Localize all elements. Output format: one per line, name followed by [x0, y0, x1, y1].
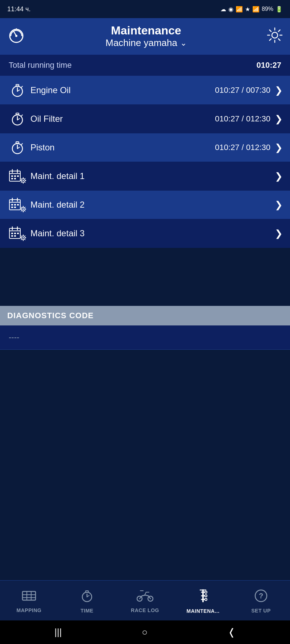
cloud-icon: ☁	[220, 6, 226, 13]
stopwatch-icon-piston	[7, 140, 28, 155]
svg-point-72	[22, 237, 24, 238]
svg-rect-50	[11, 207, 13, 208]
maint-detail-3-chevron-icon: ❯	[275, 228, 283, 239]
android-recent-button[interactable]: |||	[54, 627, 62, 638]
maintenance-list: Engine Oil 010:27 / 007:30 ❯ Oil Filter …	[0, 76, 290, 580]
svg-rect-28	[11, 175, 13, 177]
svg-rect-31	[11, 178, 13, 179]
status-icons: ☁ ◉ 📶 ★ 📶 89% 🔋	[220, 6, 283, 13]
svg-point-1	[15, 35, 17, 37]
signal-icon: 📶	[252, 6, 260, 13]
oil-filter-row[interactable]: Oil Filter 010:27 / 012:30 ❯	[0, 105, 290, 133]
svg-rect-21	[16, 142, 19, 143]
svg-point-98	[205, 591, 207, 593]
piston-chevron-icon: ❯	[275, 142, 283, 153]
stopwatch-icon-oil-filter	[7, 111, 28, 126]
maint-detail-2-row[interactable]: Maint. detail 2 ❯	[0, 191, 290, 219]
engine-oil-row[interactable]: Engine Oil 010:27 / 007:30 ❯	[0, 76, 290, 105]
maint-detail-2-label: Maint. detail 2	[28, 200, 275, 210]
oil-filter-chevron-icon: ❯	[275, 113, 283, 125]
svg-rect-9	[16, 84, 19, 86]
calendar-gear-icon-1	[7, 169, 28, 184]
nav-mapping-label: MAPPING	[17, 607, 42, 613]
svg-rect-67	[14, 233, 16, 234]
svg-line-59	[25, 211, 25, 211]
svg-line-79	[25, 236, 25, 236]
calendar-gear-icon-3	[7, 226, 28, 241]
maint-detail-2-chevron-icon: ❯	[275, 199, 283, 211]
svg-rect-32	[14, 178, 16, 179]
motorbike-icon	[137, 589, 153, 605]
svg-rect-51	[14, 207, 16, 208]
header-left-icon[interactable]	[7, 26, 25, 47]
svg-rect-66	[11, 233, 13, 234]
empty-space-1	[0, 248, 290, 306]
maint-detail-3-row[interactable]: Maint. detail 3 ❯	[0, 219, 290, 248]
svg-point-53	[22, 208, 24, 210]
svg-line-58	[21, 207, 21, 207]
svg-line-41	[25, 178, 25, 179]
nav-time-label: TIME	[80, 608, 93, 614]
svg-line-23	[21, 144, 22, 145]
status-bar: 11:44 ч. ☁ ◉ 📶 ★ 📶 89% 🔋	[0, 0, 290, 18]
nav-maintenance[interactable]: MAINTENA...	[174, 586, 232, 617]
svg-rect-47	[11, 204, 13, 205]
piston-label: Piston	[28, 142, 215, 153]
svg-point-100	[205, 598, 207, 601]
settings-icon	[267, 27, 283, 43]
wrench-icon	[196, 589, 210, 606]
maint-detail-1-label: Maint. detail 1	[28, 171, 275, 181]
svg-line-40	[25, 182, 25, 182]
svg-point-34	[22, 180, 24, 181]
svg-line-77	[21, 236, 21, 236]
svg-rect-81	[22, 591, 36, 600]
calendar-gear-icon-2	[7, 197, 28, 212]
help-icon: ?	[254, 589, 268, 606]
nav-setup[interactable]: ? SET UP	[232, 586, 290, 616]
svg-rect-89	[86, 591, 88, 592]
svg-rect-49	[17, 204, 19, 205]
empty-space-2	[0, 350, 290, 506]
nav-maintenance-label: MAINTENA...	[186, 608, 219, 614]
machine-name: Machine yamaha	[105, 37, 177, 49]
maint-detail-1-row[interactable]: Maint. detail 1 ❯	[0, 162, 290, 191]
piston-row[interactable]: Piston 010:27 / 012:30 ❯	[0, 133, 290, 162]
maint-detail-3-label: Maint. detail 3	[28, 228, 275, 238]
app-header: Maintenance Machine yamaha ⌄	[0, 18, 290, 54]
svg-line-11	[21, 86, 22, 87]
header-title-block: Maintenance Machine yamaha ⌄	[25, 24, 267, 49]
total-running-time-row: Total running time 010:27	[0, 54, 290, 76]
battery-icon: 🔋	[276, 6, 283, 13]
piston-value: 010:27 / 012:30	[215, 143, 270, 152]
total-time-value: 010:27	[256, 61, 281, 70]
bluetooth-icon: 📶	[236, 6, 243, 13]
diagnostics-value: ----	[0, 325, 290, 350]
android-nav-bar: ||| ○ ❬	[0, 620, 290, 644]
total-time-label: Total running time	[9, 61, 72, 70]
battery-text: 89%	[262, 6, 273, 12]
nav-race-log[interactable]: RACE LOG	[116, 586, 174, 616]
nav-time[interactable]: TIME	[58, 586, 116, 616]
android-back-button[interactable]: ❬	[228, 627, 236, 638]
refresh-icon: ◉	[228, 6, 233, 13]
svg-line-80	[21, 239, 21, 240]
svg-line-78	[25, 239, 25, 240]
oil-filter-value: 010:27 / 012:30	[215, 114, 270, 124]
svg-point-99	[205, 595, 207, 597]
settings-button[interactable]	[267, 27, 283, 46]
svg-line-60	[25, 207, 25, 207]
engine-oil-label: Engine Oil	[28, 85, 215, 95]
diagnostics-header: DIAGNOSTICS CODE	[0, 306, 290, 325]
nav-race-log-label: RACE LOG	[131, 607, 159, 613]
svg-rect-69	[11, 235, 13, 237]
svg-line-17	[21, 115, 22, 116]
status-time: 11:44 ч.	[7, 5, 30, 13]
maint-detail-1-chevron-icon: ❯	[275, 171, 283, 182]
android-home-button[interactable]: ○	[142, 627, 148, 638]
machine-selector[interactable]: Machine yamaha ⌄	[25, 37, 267, 49]
speedometer-icon	[7, 26, 25, 44]
wifi-icon: ★	[245, 6, 250, 13]
map-icon	[22, 589, 36, 605]
svg-text:?: ?	[259, 592, 263, 600]
nav-mapping[interactable]: MAPPING	[0, 586, 58, 616]
